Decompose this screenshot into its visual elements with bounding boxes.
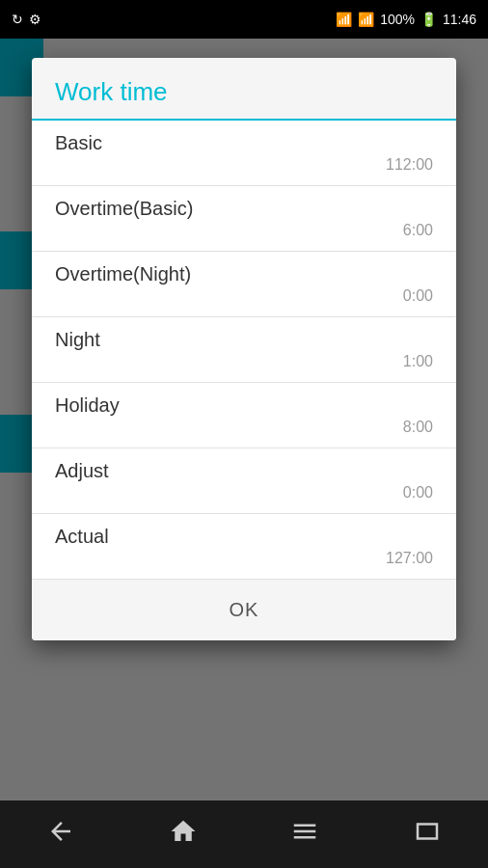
label-actual: Actual [55,526,433,548]
battery-icon: 🔋 [420,12,437,27]
label-night: Night [55,329,433,351]
ok-button[interactable]: OK [210,595,279,625]
row-basic: Basic 112:00 [32,121,456,186]
dialog-overlay: Work time Basic 112:00 Overtime(Basic) 6… [0,39,488,829]
row-overtime-night: Overtime(Night) 0:00 [32,252,456,317]
dialog-footer: OK [32,580,456,640]
menu-icon [290,817,319,846]
back-icon [46,817,75,846]
dialog-body: Basic 112:00 Overtime(Basic) 6:00 Overti… [32,121,456,580]
label-basic: Basic [55,132,433,154]
battery-percent: 100% [380,12,415,27]
row-adjust: Adjust 0:00 [32,448,456,514]
settings-icon: ⚙ [29,12,41,27]
value-night: 1:00 [55,353,433,370]
label-adjust: Adjust [55,460,433,482]
value-actual: 127:00 [55,550,433,567]
back-button[interactable] [31,809,91,859]
label-overtime-night: Overtime(Night) [55,263,433,285]
row-holiday: Holiday 8:00 [32,383,456,448]
sync-icon: ↻ [12,12,23,27]
row-actual: Actual 127:00 [32,514,456,580]
value-overtime-basic: 6:00 [55,222,433,239]
row-overtime-basic: Overtime(Basic) 6:00 [32,186,456,252]
value-holiday: 8:00 [55,419,433,436]
work-time-dialog: Work time Basic 112:00 Overtime(Basic) 6… [32,58,456,640]
wifi-icon: 📶 [336,12,352,27]
label-holiday: Holiday [55,394,433,417]
recent-button[interactable] [397,809,457,859]
home-icon [169,817,198,846]
value-adjust: 0:00 [55,484,433,502]
row-night: Night 1:00 [32,317,456,383]
bottom-navigation [0,800,488,868]
status-bar-right: 📶 📶 100% 🔋 11:46 [336,12,476,27]
menu-button[interactable] [275,809,335,859]
recent-icon [413,817,442,846]
value-overtime-night: 0:00 [55,287,433,305]
label-overtime-basic: Overtime(Basic) [55,198,433,220]
status-bar: ↻ ⚙ 📶 📶 100% 🔋 11:46 [0,0,488,39]
clock: 11:46 [443,12,476,27]
dialog-title: Work time [32,58,456,121]
status-bar-left: ↻ ⚙ [12,12,41,27]
home-button[interactable] [153,809,213,859]
signal-icon: 📶 [358,12,374,27]
value-basic: 112:00 [55,156,433,174]
